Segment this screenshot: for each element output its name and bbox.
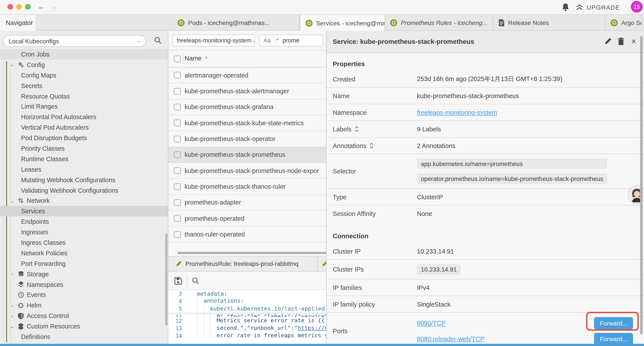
list-horizontal-scrollbar-thumb[interactable]: [178, 252, 326, 254]
sidebar-item-label: Leases: [21, 166, 41, 173]
row-checkbox[interactable]: [174, 231, 180, 238]
sort-updown-icon[interactable]: [354, 126, 358, 132]
sidebar-item-leases[interactable]: Leases: [0, 164, 168, 175]
sidebar-item-endpoints[interactable]: Endpoints: [0, 217, 168, 227]
service-row-kube-prometheus-stack-operator[interactable]: kube-prometheus-stack-operator: [168, 131, 326, 147]
row-checkbox[interactable]: [174, 104, 180, 110]
yaml-editor[interactable]: 3metadata:4annotations:5kubectl.kubernet…: [168, 290, 326, 344]
port-link-8080-reloader-web-tcp[interactable]: 8080:reloader-web/TCP: [417, 336, 484, 343]
sidebar-item-priority-classes[interactable]: Priority Classes: [0, 143, 168, 154]
minimize-window-button[interactable]: [16, 4, 22, 10]
detail-scrollbar-thumb[interactable]: [640, 36, 643, 334]
pencil-icon: [175, 261, 182, 267]
row-checkbox[interactable]: [174, 183, 180, 190]
editor-tab-prometheusrule[interactable]: PrometheusRule: freeleaps-prod-rabbitmq: [168, 257, 318, 271]
sidebar-item-pod-disruption-budgets[interactable]: Pod Disruption Budgets: [0, 133, 168, 143]
service-row-kube-prometheus-stack-prometheus[interactable]: kube-prometheus-stack-prometheus: [168, 147, 326, 163]
row-checkbox[interactable]: [174, 88, 180, 94]
sidebar-item-resource-quotas[interactable]: Resource Quotas: [0, 91, 168, 101]
chevron-right-icon[interactable]: ›: [10, 313, 15, 318]
upgrade-button[interactable]: UPGRADE: [575, 2, 620, 13]
service-row-thanos-ruler-operated[interactable]: thanos-ruler-operated: [168, 227, 326, 243]
sidebar-item-network-policies[interactable]: Network Policies: [0, 248, 168, 258]
sidebar-item-access-control[interactable]: ›Access Control: [0, 311, 168, 321]
service-row-kube-prometheus-stack-thanos-ruler[interactable]: kube-prometheus-stack-thanos-ruler: [168, 179, 326, 195]
name-column-header[interactable]: Name ^: [184, 55, 207, 62]
sidebar-item-helm[interactable]: ›Helm: [0, 300, 168, 311]
editor-scrolled-lines: 110","for":"1m","labels":{"service":12Me…: [168, 313, 326, 340]
row-checkbox[interactable]: [174, 152, 180, 158]
sidebar-item-port-forwarding[interactable]: Port Forwarding: [0, 258, 168, 269]
namespace-link[interactable]: freeleaps-monitoring-system: [417, 109, 497, 116]
service-row-prometheus-adapter[interactable]: prometheus-adapter: [168, 195, 326, 211]
search-icon[interactable]: [154, 36, 162, 44]
navigator-panel-tab[interactable]: Navigator: [0, 15, 36, 31]
close-icon[interactable]: ×: [631, 37, 636, 45]
sidebar-item-ingress-classes[interactable]: Ingress Classes: [0, 237, 168, 248]
edit-pencil-icon[interactable]: [604, 37, 612, 45]
editor-line-14: 14error rate in freeleaps metrics ser: [168, 332, 326, 340]
sidebar-item-mutating-webhook-configurations[interactable]: Mutating Webhook Configurations: [0, 175, 168, 185]
sidebar-item-ingresses[interactable]: Ingresses: [0, 227, 168, 237]
delete-trash-icon[interactable]: [617, 37, 625, 45]
chevron-right-icon[interactable]: ›: [10, 272, 15, 276]
namespace-filter-dropdown[interactable]: freeleaps-monitoring-system ⌄: [172, 34, 255, 46]
code-segment[interactable]: https://net: [298, 325, 326, 331]
sidebar-item-storage[interactable]: ›Storage: [0, 269, 168, 279]
row-checkbox[interactable]: [174, 136, 180, 142]
sidebar-item-definitions[interactable]: Definitions: [0, 332, 168, 342]
sidebar-item-vertical-pod-autoscalers[interactable]: Vertical Pod Autoscalers: [0, 122, 168, 133]
service-row-prometheus-operated[interactable]: prometheus-operated: [168, 211, 326, 227]
regex-toggle[interactable]: .*: [275, 37, 278, 44]
maximize-window-button[interactable]: [25, 4, 31, 10]
row-checkbox[interactable]: [174, 199, 180, 206]
match-case-toggle[interactable]: Aa: [264, 37, 271, 44]
service-row-kube-prometheus-stack-kube-state-metrics[interactable]: kube-prometheus-stack-kube-state-metrics: [168, 115, 326, 131]
service-row-kube-prometheus-stack-grafana[interactable]: kube-prometheus-stack-grafana: [168, 99, 326, 115]
forward-button[interactable]: →: [51, 2, 58, 12]
tab-argo-se[interactable]: Argo Se: [606, 15, 642, 31]
editor-search-icon[interactable]: [192, 277, 200, 285]
sidebar-item-events[interactable]: Events: [0, 290, 168, 300]
sidebar-item-cron-jobs[interactable]: Cron Jobs: [0, 49, 168, 59]
sidebar-item-runtime-classes[interactable]: Runtime Classes: [0, 154, 168, 164]
service-row-kube-prometheus-stack-prometheus-node-expor[interactable]: kube-prometheus-stack-prometheus-node-ex…: [168, 163, 326, 179]
save-icon[interactable]: [174, 277, 182, 285]
sidebar-item-config-maps[interactable]: Config Maps: [0, 70, 168, 81]
port-link-9090-tcp[interactable]: 9090/TCP: [417, 320, 446, 327]
tab-release-notes[interactable]: Release Notes: [493, 15, 606, 31]
row-checkbox[interactable]: [174, 167, 180, 174]
tab-pods-icecheng-mathmas[interactable]: Pods - icecheng@mathmas...: [172, 15, 300, 31]
row-checkbox[interactable]: [174, 215, 180, 222]
sidebar-scrollbar-thumb[interactable]: [165, 233, 168, 326]
row-checkbox[interactable]: [174, 72, 180, 78]
back-button[interactable]: ←: [38, 2, 45, 12]
tab-prometheus-rules-icecheng[interactable]: Prometheus Rules - icecheng...: [385, 15, 493, 31]
service-row-kube-prometheus-stack-alertmanager[interactable]: kube-prometheus-stack-alertmanager: [168, 83, 326, 99]
sidebar-item-validating-webhook-configurations[interactable]: Validating Webhook Configurations: [0, 185, 168, 196]
service-row-alertmanager-operated[interactable]: alertmanager-operated: [168, 67, 326, 83]
close-window-button[interactable]: [8, 4, 13, 10]
sidebar-item-secrets[interactable]: Secrets: [0, 80, 168, 91]
chevron-down-icon[interactable]: ⌄: [10, 62, 15, 67]
sidebar-item-namespaces[interactable]: Namespaces: [0, 279, 168, 290]
sidebar-item-config[interactable]: ⌄Config: [0, 59, 168, 70]
chevron-down-icon[interactable]: ⌄: [10, 324, 15, 329]
sidebar-item-network[interactable]: ⌄Network: [0, 196, 168, 206]
forward-button[interactable]: Forward...: [594, 333, 633, 344]
sidebar-item-horizontal-pod-autoscalers[interactable]: Horizontal Pod Autoscalers: [0, 112, 168, 122]
notifications-bell-icon[interactable]: [561, 3, 570, 12]
kubeconfig-dropdown[interactable]: Local Kubeconfigs ⌄: [3, 35, 146, 47]
sidebar-item-limit-ranges[interactable]: Limit Ranges: [0, 101, 168, 112]
row-checkbox[interactable]: [174, 120, 180, 126]
sidebar-item-custom-resources[interactable]: ⌄Custom Resources: [0, 321, 168, 332]
select-all-checkbox[interactable]: [174, 56, 180, 62]
list-search-input[interactable]: Aa .* prome: [259, 34, 323, 46]
notification-count-badge[interactable]: 15: [631, 1, 643, 13]
editor-tab-partial[interactable]: [318, 257, 326, 271]
chevron-right-icon[interactable]: ›: [10, 303, 15, 308]
chevron-down-icon[interactable]: ⌄: [10, 198, 15, 203]
sort-updown-icon[interactable]: [369, 143, 373, 148]
tab-services-icecheng-math[interactable]: Services - icecheng@math...×: [300, 15, 385, 31]
sidebar-item-services[interactable]: Services: [0, 206, 168, 217]
